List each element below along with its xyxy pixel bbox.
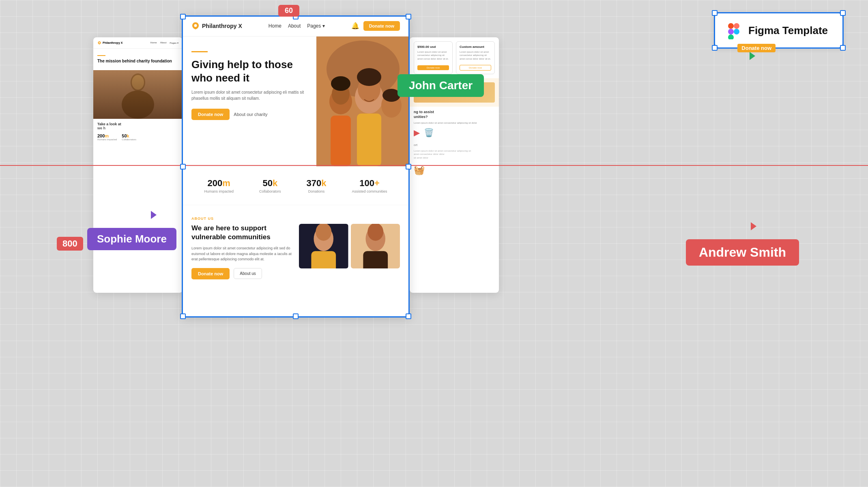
purple-arrow-shape — [151, 211, 157, 219]
left-nav-about: About — [160, 41, 167, 44]
main-hero-donate-button[interactable]: Donate now — [191, 109, 230, 120]
figma-template-title: Figma Template — [748, 24, 828, 37]
right-section-line2: unities? — [414, 115, 495, 120]
right-section-line1: ng to assist — [414, 110, 495, 115]
right-trash-icon: 🗑️ — [424, 128, 434, 137]
cursor-red-arrow — [751, 222, 756, 230]
main-logo: Philanthropy X — [191, 22, 242, 30]
svg-rect-29 — [734, 29, 739, 34]
main-stat-humans: 200m Humans impacted — [204, 178, 234, 193]
main-stat-collab-label: Collaborators — [259, 189, 281, 193]
main-stat-humans-label: Humans impacted — [204, 189, 234, 193]
main-about-section: ABOUT US We are here to support vulnerab… — [182, 205, 410, 296]
figma-template-box: Figma Template — [714, 12, 844, 49]
right-card1-desc: Lorem ipsum dolor sit amet consectetur a… — [417, 50, 449, 60]
left-logo-text: Philanthropy X — [103, 41, 122, 44]
left-stat-humans-number: 200m — [97, 133, 117, 138]
about-image-2-svg — [351, 224, 400, 268]
right-basket-icon: 🧺 — [414, 165, 425, 175]
right-cursor-icon: ▶ — [414, 128, 420, 137]
right-card1-donate-button[interactable]: Donate now — [417, 65, 449, 70]
main-hero-title: Giving help to those who need it — [191, 58, 307, 84]
left-hero-image — [93, 70, 183, 119]
svg-rect-16 — [357, 114, 381, 166]
main-stat-collab: 50k Collaborators — [259, 178, 281, 193]
svg-point-14 — [331, 76, 350, 91]
red-arrow-shape — [751, 222, 756, 230]
main-about-donate-button[interactable]: Donate now — [191, 268, 230, 279]
right-donate-card-custom: Custom amount Lorem ipsum dolor sit amet… — [456, 41, 495, 74]
bell-icon: 🔔 — [351, 22, 359, 30]
dimension-label-top: 60 — [278, 5, 299, 17]
main-nav-about[interactable]: About — [288, 23, 301, 29]
main-stat-donations-label: Donations — [307, 189, 327, 193]
right-section-desc: Lorem ipsum dolor sit amet consectetur a… — [410, 121, 499, 128]
main-stat-communities-label: Assisted communities — [352, 189, 387, 193]
left-stat-collab: 50k Collaborators — [122, 133, 136, 141]
svg-rect-21 — [311, 251, 336, 268]
main-stat-collab-number: 50k — [259, 178, 281, 189]
left-stat-humans: 200m Humans impacted — [97, 133, 117, 141]
svg-rect-17 — [331, 116, 351, 166]
main-about-image-row — [299, 224, 400, 268]
svg-rect-27 — [734, 23, 739, 29]
main-about-description: Lorem ipsum dolor sit amet consectetur a… — [191, 246, 292, 262]
main-about-title: We are here to support vulnerable commun… — [191, 224, 292, 242]
left-logo: Philanthropy X — [97, 41, 122, 45]
main-stat-communities: 100+ Assisted communities — [352, 178, 387, 193]
main-navbar: Philanthropy X Home About Pages ▾ 🔔 Dona… — [182, 15, 410, 36]
main-stat-donations: 370k Donations — [307, 178, 327, 193]
main-hero-about-button[interactable]: About our charity — [234, 112, 267, 117]
svg-rect-25 — [363, 251, 388, 268]
main-about-content: We are here to support vulnerable commun… — [191, 224, 400, 285]
left-stats: 200m Humans impacted 50k Collaborators — [93, 131, 183, 143]
main-stats-bar: 200m Humans impacted 50k Collaborators 3… — [182, 166, 410, 205]
main-hero-section: Giving help to those who need it Lorem i… — [182, 36, 410, 166]
main-navbar-donate-button[interactable]: Donate now — [363, 21, 400, 31]
left-we-text: we h — [97, 126, 178, 130]
left-stat-humans-label: Humans impacted — [97, 138, 117, 141]
about-image-1-svg — [299, 224, 348, 268]
main-frame: Philanthropy X Home About Pages ▾ 🔔 Dona… — [182, 15, 410, 318]
svg-point-13 — [357, 68, 381, 86]
right-card2-desc: Lorem ipsum dolor sit amet consectetur a… — [460, 50, 491, 60]
main-nav-pages[interactable]: Pages ▾ — [307, 23, 324, 29]
main-stat-communities-number: 100+ — [352, 178, 387, 189]
main-hero-image — [316, 36, 410, 166]
main-about-text: We are here to support vulnerable commun… — [191, 224, 292, 285]
left-stat-collab-label: Collaborators — [122, 138, 136, 141]
main-about-images — [299, 224, 400, 285]
right-donate-card-fixed: $500.00 usd Lorem ipsum dolor sit amet c… — [414, 41, 453, 74]
left-nav-pages: Pages ▾ — [170, 41, 178, 44]
cursor-green-arrow — [750, 52, 755, 60]
left-logo-icon — [97, 41, 101, 45]
left-hero-title: The mission behind charity foundation — [97, 58, 178, 64]
main-hero-text: Giving help to those who need it Lorem i… — [182, 36, 316, 166]
left-nav-home: Home — [150, 41, 157, 44]
figma-logo-icon — [725, 21, 743, 39]
main-hero-accent-line — [191, 51, 208, 52]
svg-point-5 — [194, 24, 197, 27]
main-nav-links: Home About Pages ▾ — [269, 23, 325, 29]
right-card1-title: $500.00 usd — [417, 45, 449, 49]
left-take-a-look-text: Take a look at — [97, 122, 178, 126]
main-about-image-1 — [299, 224, 348, 268]
main-about-image-2 — [351, 224, 400, 268]
cursor-purple-arrow — [151, 211, 157, 219]
left-section-label: Take a look at we h — [93, 119, 183, 131]
green-arrow-shape — [750, 52, 755, 60]
right-bottom-icon-area: 🧺 — [410, 162, 499, 179]
main-hero-description: Lorem ipsum dolor sit amet consectetur a… — [191, 89, 307, 101]
main-nav-home[interactable]: Home — [269, 23, 281, 29]
right-card2-donate-button[interactable]: Donate now — [460, 65, 491, 71]
main-logo-text: Philanthropy X — [202, 23, 242, 29]
main-stat-donations-number: 370k — [307, 178, 327, 189]
svg-rect-26 — [728, 23, 734, 29]
main-hero-buttons: Donate now About our charity — [191, 109, 307, 120]
main-hero-image-svg — [316, 36, 410, 166]
svg-point-0 — [99, 42, 100, 43]
main-about-tag: ABOUT US — [191, 217, 400, 221]
main-about-about-button[interactable]: About us — [234, 268, 262, 279]
main-about-buttons: Donate now About us — [191, 268, 292, 279]
left-hero-accent-line — [97, 55, 105, 56]
